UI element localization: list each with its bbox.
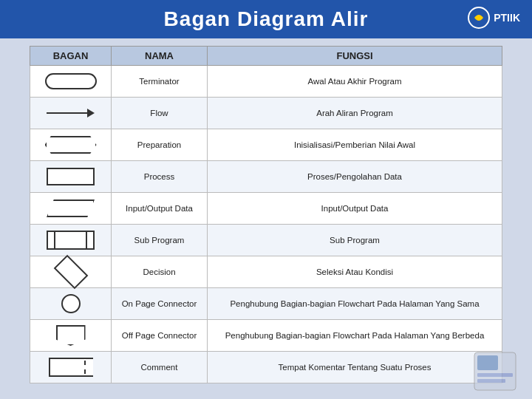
table-row: PreparationInisialisasi/Pemberian Nilai … <box>30 129 502 161</box>
svg-rect-4 <box>477 379 505 383</box>
logo-text: PTIIK <box>494 12 520 24</box>
shape-decision-wrapper <box>56 259 86 284</box>
shape-container <box>36 132 105 157</box>
cell-fungsi: Penghubung Bagian-bagian Flowchart Pada … <box>208 288 502 320</box>
shape-terminator-icon <box>45 73 97 89</box>
cell-bagan <box>30 98 112 129</box>
table-row: FlowArah Aliran Program <box>30 98 502 129</box>
shape-io-icon <box>47 200 95 217</box>
table-row: TerminatorAwal Atau Akhir Program <box>30 66 502 98</box>
col-header-fungsi: FUNGSI <box>208 47 502 66</box>
cell-bagan <box>30 256 112 288</box>
page-title: Bagan Diagram Alir <box>164 7 369 31</box>
table-row: DecisionSeleksi Atau Kondisi <box>30 256 502 288</box>
shape-container <box>36 355 105 380</box>
header: Bagan Diagram Alir PTIIK <box>0 0 532 38</box>
table-row: Sub ProgramSub Program <box>30 225 502 256</box>
cell-bagan <box>30 225 112 256</box>
cell-fungsi: Penghubung Bagian-bagian Flowchart Pada … <box>208 320 502 352</box>
col-header-bagan: BAGAN <box>30 47 112 66</box>
cell-fungsi: Seleksi Atau Kondisi <box>208 256 502 288</box>
cell-nama: Terminator <box>112 66 208 98</box>
shape-container <box>36 69 105 94</box>
cell-fungsi: Proses/Pengolahan Data <box>208 161 502 193</box>
svg-rect-2 <box>477 355 498 370</box>
cell-nama: Comment <box>112 352 208 383</box>
main-content: BAGAN NAMA FUNGSI TerminatorAwal Atau Ak… <box>0 38 532 399</box>
cell-bagan <box>30 193 112 225</box>
cell-nama: Off Page Connector <box>112 320 208 352</box>
shape-connector-off-icon <box>56 325 86 346</box>
cell-bagan <box>30 352 112 383</box>
shape-container <box>36 291 105 316</box>
cell-fungsi: Tempat Komentar Tentang Suatu Proses <box>208 352 502 383</box>
cell-fungsi: Input/Output Data <box>208 193 502 225</box>
logo: PTIIK <box>467 6 520 30</box>
svg-rect-3 <box>477 373 513 377</box>
shape-container <box>36 259 105 284</box>
col-header-nama: NAMA <box>112 47 208 66</box>
cell-nama: Flow <box>112 98 208 129</box>
table-row: ProcessProses/Pengolahan Data <box>30 161 502 193</box>
cell-fungsi: Sub Program <box>208 225 502 256</box>
shape-process-icon <box>47 168 95 185</box>
table-row: CommentTempat Komentar Tentang Suatu Pro… <box>30 352 502 383</box>
shape-flow-icon <box>47 109 95 117</box>
shape-container <box>36 100 105 126</box>
cell-nama: Sub Program <box>112 225 208 256</box>
cell-nama: Decision <box>112 256 208 288</box>
cell-bagan <box>30 129 112 161</box>
shape-subprogram-icon <box>47 231 95 250</box>
cell-fungsi: Arah Aliran Program <box>208 98 502 129</box>
shape-decision-icon <box>53 255 88 290</box>
cell-bagan <box>30 320 112 352</box>
table-row: Off Page ConnectorPenghubung Bagian-bagi… <box>30 320 502 352</box>
shape-connector-on-icon <box>61 294 81 313</box>
cell-fungsi: Awal Atau Akhir Program <box>208 66 502 98</box>
cell-nama: Input/Output Data <box>112 193 208 225</box>
table-row: On Page ConnectorPenghubung Bagian-bagia… <box>30 288 502 320</box>
cell-bagan <box>30 66 112 98</box>
cell-fungsi: Inisialisasi/Pemberian Nilai Awal <box>208 129 502 161</box>
diagram-table: BAGAN NAMA FUNGSI TerminatorAwal Atau Ak… <box>30 46 502 383</box>
shape-comment-icon <box>49 358 93 377</box>
shape-preparation-icon <box>45 136 97 154</box>
cell-bagan <box>30 288 112 320</box>
watermark-area <box>473 351 517 392</box>
table-row: Input/Output DataInput/Output Data <box>30 193 502 225</box>
cell-nama: Preparation <box>112 129 208 161</box>
cell-nama: On Page Connector <box>112 288 208 320</box>
shape-container <box>36 323 105 348</box>
shape-container <box>36 196 105 221</box>
shape-container <box>36 164 105 189</box>
cell-nama: Process <box>112 161 208 193</box>
cell-bagan <box>30 161 112 193</box>
shape-container <box>36 228 105 253</box>
